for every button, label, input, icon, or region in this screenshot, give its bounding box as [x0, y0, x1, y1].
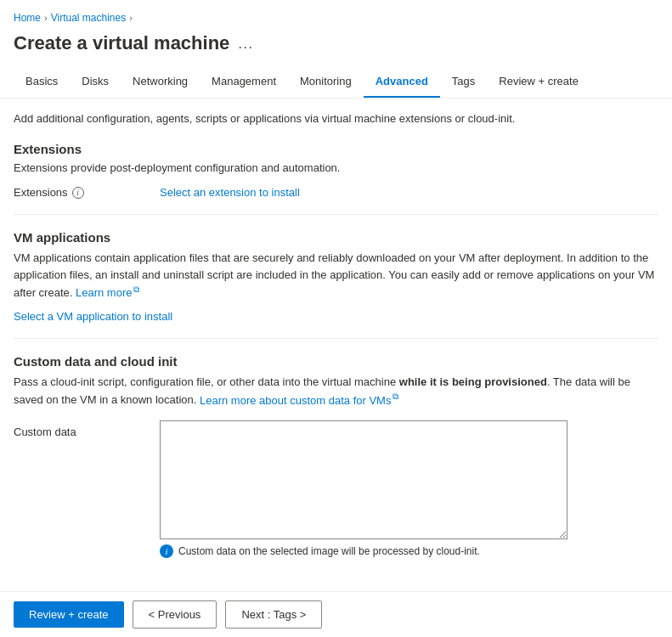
vm-apps-external-icon: ⧉	[133, 285, 139, 294]
tab-tags[interactable]: Tags	[440, 68, 487, 98]
vm-apps-learn-more-link[interactable]: Learn more⧉	[76, 286, 139, 299]
page-description: Add additional configuration, agents, sc…	[14, 112, 658, 125]
custom-data-desc: Pass a cloud-init script, configuration …	[14, 374, 658, 409]
custom-data-desc-before: Pass a cloud-init script, configuration …	[14, 375, 399, 388]
vm-apps-learn-more-text: Learn more	[76, 286, 132, 299]
extensions-label-text: Extensions	[14, 186, 68, 199]
breadcrumb: Home › Virtual machines ›	[0, 0, 672, 29]
tabs-bar: Basics Disks Networking Management Monit…	[0, 68, 672, 99]
custom-data-title: Custom data and cloud init	[14, 354, 658, 369]
divider-2	[14, 338, 658, 339]
select-extension-link[interactable]: Select an extension to install	[160, 186, 300, 199]
custom-data-section: Custom data and cloud init Pass a cloud-…	[14, 354, 658, 558]
custom-data-form-row: Custom data	[14, 420, 658, 539]
breadcrumb-home[interactable]: Home	[14, 12, 41, 24]
next-button[interactable]: Next : Tags >	[225, 600, 322, 629]
custom-data-label: Custom data	[14, 420, 150, 438]
vm-applications-section: VM applications VM applications contain …	[14, 230, 658, 323]
tab-review-create[interactable]: Review + create	[487, 68, 590, 98]
divider-1	[14, 214, 658, 215]
tab-basics[interactable]: Basics	[14, 68, 70, 98]
custom-data-learn-more-text: Learn more about custom data for VMs	[200, 394, 391, 407]
tab-management[interactable]: Management	[200, 68, 288, 98]
extensions-form-row: Extensions i Select an extension to inst…	[14, 186, 658, 199]
review-create-button[interactable]: Review + create	[14, 601, 124, 628]
extensions-label: Extensions i	[14, 186, 150, 199]
ellipsis-menu-icon[interactable]: ...	[238, 35, 253, 53]
select-vm-app-link[interactable]: Select a VM application to install	[14, 310, 172, 323]
extensions-title: Extensions	[14, 142, 658, 156]
tab-networking[interactable]: Networking	[121, 68, 200, 98]
previous-button[interactable]: < Previous	[133, 600, 217, 629]
vm-apps-link-row: Select a VM application to install	[14, 310, 658, 323]
page-title: Create a virtual machine	[14, 32, 229, 54]
extensions-section: Extensions Extensions provide post-deplo…	[14, 142, 658, 199]
custom-data-hint-text: Custom data on the selected image will b…	[178, 545, 480, 557]
custom-data-desc-bold: while it is being provisioned	[399, 375, 547, 388]
vm-apps-title: VM applications	[14, 230, 658, 245]
content-area: Add additional configuration, agents, sc…	[0, 99, 672, 626]
vm-apps-desc: VM applications contain application file…	[14, 250, 658, 302]
tab-disks[interactable]: Disks	[70, 68, 121, 98]
custom-data-hint-icon: i	[160, 544, 173, 558]
tab-monitoring[interactable]: Monitoring	[288, 68, 364, 98]
extensions-desc: Extensions provide post-deployment confi…	[14, 161, 658, 174]
footer-bar: Review + create < Previous Next : Tags >	[0, 591, 672, 637]
page-title-row: Create a virtual machine ...	[0, 29, 672, 68]
breadcrumb-virtual-machines[interactable]: Virtual machines	[51, 12, 127, 24]
custom-data-learn-more-link[interactable]: Learn more about custom data for VMs⧉	[200, 394, 398, 407]
custom-data-hint-row: i Custom data on the selected image will…	[160, 544, 658, 558]
extensions-info-icon[interactable]: i	[72, 187, 84, 199]
tab-advanced[interactable]: Advanced	[364, 68, 440, 98]
custom-data-external-icon: ⧉	[392, 392, 398, 401]
breadcrumb-sep-2: ›	[129, 13, 133, 23]
breadcrumb-sep-1: ›	[44, 13, 48, 23]
custom-data-textarea[interactable]	[160, 420, 568, 539]
